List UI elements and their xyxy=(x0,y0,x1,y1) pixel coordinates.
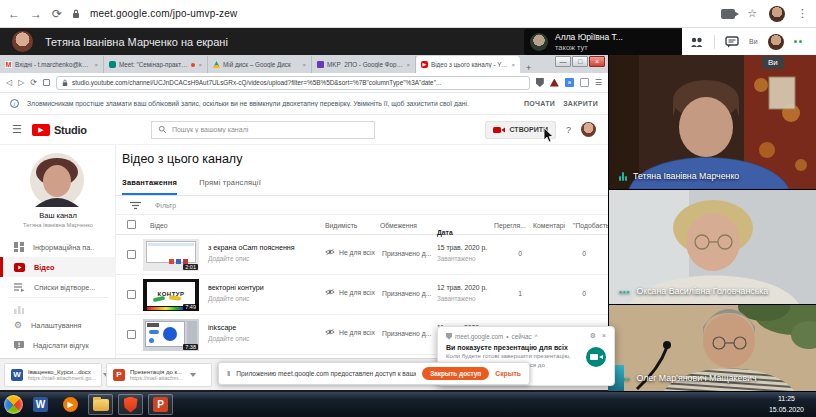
close-button[interactable]: × xyxy=(589,56,605,67)
video-title[interactable]: inkscape xyxy=(208,323,236,332)
date-sub: Завантажено xyxy=(437,255,476,262)
taskbar-clock[interactable]: 11:25 15.05.2020 xyxy=(769,394,812,415)
download-item-doc[interactable]: W Іващенко_Курси...docx https://mail-att… xyxy=(4,363,102,387)
address-bar[interactable]: studio.youtube.com/channel/UCJnDCACsH9Au… xyxy=(56,76,530,90)
clock-time: 11:25 xyxy=(769,394,804,405)
browser-profile-avatar[interactable] xyxy=(769,6,785,22)
tab-close-icon[interactable]: × xyxy=(302,62,306,68)
col-views: Перегля... xyxy=(494,222,526,229)
duration-badge: 2:01 xyxy=(183,264,198,270)
participants-icon[interactable] xyxy=(690,36,704,48)
bookmark-star-icon[interactable]: ☆ xyxy=(747,7,757,20)
start-button[interactable] xyxy=(4,395,23,414)
collapse-icon[interactable]: ^ xyxy=(535,333,538,340)
visibility-cell[interactable]: Не для всіх xyxy=(325,288,375,296)
notification-close-icon[interactable]: × xyxy=(602,332,606,340)
maximize-button[interactable]: □ xyxy=(572,56,588,67)
back-icon[interactable]: ◁ xyxy=(6,78,12,87)
taskbar-word[interactable]: W xyxy=(28,394,53,415)
filter-bar[interactable]: Фільтр xyxy=(116,196,608,215)
search-input[interactable] xyxy=(172,126,368,133)
sidebar-item-settings[interactable]: ⚙ Налаштування xyxy=(0,315,116,335)
video-row[interactable]: 2:01 з екрана оСam пояснення Додайте опи… xyxy=(116,235,608,275)
video-description[interactable]: Додайте опис xyxy=(208,335,249,342)
participant-video[interactable]: ••• Олег Мар’янович Мащакевич xyxy=(609,305,816,391)
row-checkbox[interactable] xyxy=(127,290,136,299)
tab-close-icon[interactable]: × xyxy=(511,62,515,68)
row-checkbox[interactable] xyxy=(127,250,136,259)
bookmark-icon[interactable] xyxy=(43,79,50,86)
col-visibility: Видимість xyxy=(325,222,357,229)
tab-drive[interactable]: Мій диск – Google Диск × xyxy=(208,56,312,73)
tab-close-icon[interactable]: × xyxy=(198,62,202,68)
participant-video[interactable]: Тетяна Іванівна Марченко xyxy=(609,55,816,189)
also-here-name: Алла Юріївна Т... xyxy=(555,32,623,43)
date-cell: 15 трав. 2020 р. xyxy=(437,244,487,251)
reload-icon[interactable]: ⟳ xyxy=(30,78,37,87)
self-avatar[interactable] xyxy=(768,34,784,50)
tab-close-icon[interactable]: × xyxy=(94,62,98,68)
video-description[interactable]: Додайте опис xyxy=(208,295,249,302)
taskbar-explorer[interactable] xyxy=(88,394,113,415)
chevron-down-icon[interactable] xyxy=(190,373,196,377)
stop-sharing-button[interactable]: Закрыть доступ xyxy=(422,367,489,380)
address-bar[interactable]: meet.google.com/jpo-umvp-zew xyxy=(90,8,237,19)
reload-icon[interactable]: ⟳ xyxy=(52,7,62,21)
date-sub: Завантажено xyxy=(437,295,476,302)
help-icon[interactable]: ? xyxy=(566,125,571,135)
meet-app-icon xyxy=(586,347,606,367)
cast-icon[interactable] xyxy=(721,9,735,19)
video-thumbnail[interactable]: 7:38 xyxy=(143,319,199,351)
translate-icon[interactable]: a xyxy=(565,78,574,87)
video-thumbnail[interactable]: 2:01 xyxy=(143,239,199,271)
row-checkbox[interactable] xyxy=(127,330,136,339)
apps-icon[interactable] xyxy=(580,78,589,87)
taskbar-brave[interactable] xyxy=(118,394,143,415)
taskbar-media-player[interactable]: ▶ xyxy=(58,394,83,415)
notification-settings-icon[interactable]: ⚙ xyxy=(590,332,596,340)
tab-youtube-studio[interactable]: ▶ Відео з цього каналу - YouTube × xyxy=(416,56,520,73)
sidebar-item-feedback[interactable]: Надіслати відгук xyxy=(0,335,116,355)
banner-start-button[interactable]: ПОЧАТИ xyxy=(524,100,555,107)
menu-icon[interactable]: ☰ xyxy=(595,78,602,87)
tab-gmail[interactable]: M Вхідні - t.marchenko@kubg.edu... × xyxy=(0,56,104,73)
taskbar-powerpoint[interactable]: P xyxy=(148,394,173,415)
tab-close-icon[interactable]: × xyxy=(406,62,410,68)
tab-forms[interactable]: MKP_2ПО - Google Форми × xyxy=(312,56,416,73)
minimize-button[interactable]: — xyxy=(555,56,571,67)
visibility-cell[interactable]: Не для всіх xyxy=(325,248,375,256)
sidebar-item-videos[interactable]: Відео xyxy=(0,257,116,277)
duration-badge: 7:38 xyxy=(183,344,198,350)
back-icon[interactable]: ← xyxy=(8,7,20,21)
col-restrictions: Обмеження xyxy=(380,222,417,229)
video-title[interactable]: векторні контури xyxy=(208,283,264,292)
tab-uploads[interactable]: Завантаження xyxy=(122,178,177,195)
tab-livestreams[interactable]: Прямі трансляції xyxy=(199,178,261,195)
video-row[interactable]: КОНТУР 7:49 векторні контури Додайте опи… xyxy=(116,275,608,315)
studio-account-avatar[interactable] xyxy=(581,122,596,137)
download-item-ppt[interactable]: P Презентація до к... https://mail-attac… xyxy=(106,363,212,387)
shield-extension-icon[interactable] xyxy=(536,78,544,87)
visibility-cell[interactable]: Не для всіх xyxy=(325,328,375,336)
tab-meet[interactable]: Meet: "Семінар-практикум" × xyxy=(104,56,208,73)
video-title[interactable]: з екрана оСam пояснення xyxy=(208,243,295,252)
select-all-checkbox[interactable] xyxy=(127,220,136,229)
video-thumbnail[interactable]: КОНТУР 7:49 xyxy=(143,279,199,311)
forward-icon[interactable]: ▷ xyxy=(18,78,24,87)
sidebar-item-dashboard[interactable]: Інформаційна па.. xyxy=(0,237,116,257)
forward-icon[interactable]: → xyxy=(30,7,42,21)
studio-logo[interactable]: ▶ Studio xyxy=(32,124,87,136)
banner-close-button[interactable]: ЗАКРИТИ xyxy=(563,100,598,107)
sidebar-item-playlists[interactable]: Списки відтворе... xyxy=(0,277,116,297)
folder-icon xyxy=(93,399,109,411)
new-tab-icon[interactable]: + xyxy=(520,63,537,73)
hide-share-bar-button[interactable]: Скрыть xyxy=(495,370,521,377)
participant-video[interactable]: ••• Оксана Василівна Головчанська xyxy=(609,190,816,304)
browser-menu-icon[interactable]: ⋮ xyxy=(797,7,808,20)
hamburger-icon[interactable]: ☰ xyxy=(12,123,22,136)
participant-name: Олег Мар’янович Мащакевич xyxy=(636,373,756,383)
chat-icon[interactable] xyxy=(725,36,739,48)
video-description[interactable]: Додайте опис xyxy=(208,255,249,262)
adblock-extension-icon[interactable] xyxy=(550,79,559,87)
studio-header: ☰ ▶ Studio СТВОРИТИ ? xyxy=(0,115,608,145)
